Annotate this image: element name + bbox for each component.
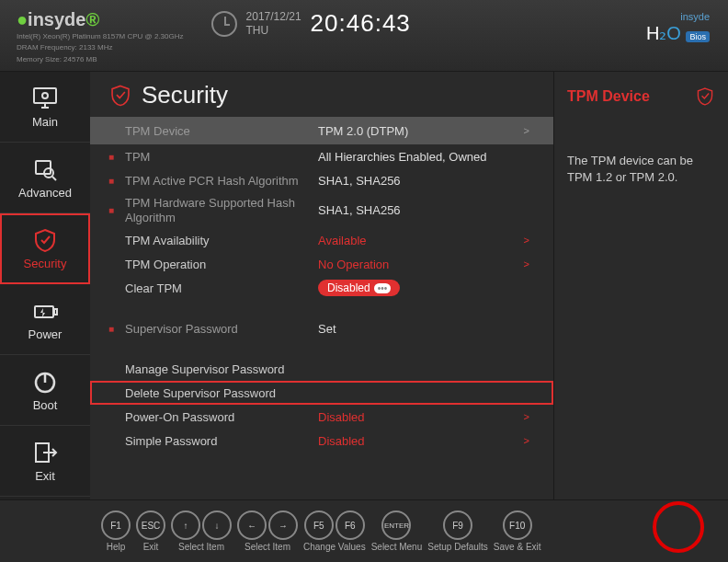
tpm-op-value: No Operation (318, 258, 524, 271)
arrow-right-key[interactable]: → (268, 510, 298, 540)
svg-point-1 (42, 93, 48, 98)
selectitem2-label: Select Item (245, 542, 290, 552)
nav-main[interactable]: Main (0, 72, 90, 143)
setupdefaults-label: Setup Defaults (427, 542, 488, 552)
delete-pw-label: Delete Supervisor Password (125, 386, 276, 400)
clock-area: 2017/12/21 THU 20:46:43 (211, 9, 411, 38)
header-bar: ●insyde® Intel(R) Xeon(R) Platinum 8157M… (0, 0, 728, 72)
tpm-hw-label: TPM Hardware Supported Hash Algorithm (125, 196, 318, 224)
chevron-right-icon: > (524, 435, 529, 446)
esc-key[interactable]: ESC (136, 510, 165, 540)
arrow-down-key[interactable]: ↓ (202, 510, 232, 540)
tpm-avail-value: Available (318, 234, 524, 247)
fkey-enter-group: ENTER Select Menu (371, 510, 423, 552)
f9-key[interactable]: F9 (443, 510, 472, 540)
cpu-info: Intel(R) Xeon(R) Platinum 8157M CPU @ 2.… (17, 32, 184, 41)
row-tpm-hw: ■ TPM Hardware Supported Hash Algorithm … (90, 192, 553, 228)
fkey-esc-group: ESC Exit (136, 510, 165, 552)
saveexit-label: Save & Exit (494, 542, 541, 552)
fkey-leftright-group: ← → Select Item (237, 510, 298, 552)
manage-pw-label: Manage Supervisor Password (125, 362, 284, 376)
row-delete-supervisor-password[interactable]: Delete Supervisor Password (90, 381, 553, 405)
row-tpm-device[interactable]: TPM Device TPM 2.0 (DTPM) > (90, 117, 553, 144)
row-tpm-operation[interactable]: TPM Operation No Operation > (90, 252, 553, 276)
nav-boot[interactable]: Boot (0, 355, 90, 426)
arrow-up-key[interactable]: ↑ (171, 510, 200, 540)
shield-icon (695, 86, 715, 107)
svg-rect-4 (36, 161, 51, 174)
selectitem1-label: Select Item (178, 542, 224, 552)
f6-key[interactable]: F6 (336, 510, 365, 540)
nav-advanced-label: Advanced (18, 186, 72, 200)
bios-badge: Bios (686, 31, 710, 42)
fkey-f5f6-group: F5 F6 Change Values (303, 510, 366, 552)
fkey-f1-group: F1 Help (101, 510, 131, 552)
tpm-label: TPM (125, 150, 318, 164)
chip-search-icon (30, 156, 60, 182)
supervisor-pw-label: Supervisor Password (125, 322, 318, 336)
nav-power[interactable]: Power (0, 284, 90, 355)
supervisor-pw-value: Set (318, 322, 535, 336)
esc-label: Exit (143, 542, 159, 552)
tpm-value: All Hierarchies Enabled, Owned (318, 150, 535, 164)
f1-key[interactable]: F1 (101, 510, 131, 540)
nav-power-label: Power (28, 327, 63, 341)
fkey-f10-group: F10 Save & Exit (494, 510, 541, 552)
poweron-pw-value: Disabled (318, 410, 524, 424)
changevalues-label: Change Values (303, 542, 366, 552)
exit-icon (30, 440, 60, 465)
monitor-icon (30, 86, 60, 111)
nav-main-label: Main (32, 115, 58, 129)
sidebar: Main Advanced Security Power Boot Exit (0, 72, 90, 499)
nav-security[interactable]: Security (0, 213, 90, 284)
poweron-pw-label: Power-On Password (125, 410, 318, 424)
day-text: THU (246, 24, 301, 37)
nav-boot-label: Boot (33, 398, 58, 412)
tpm-device-value: TPM 2.0 (DTPM) (318, 124, 524, 138)
power-icon (30, 369, 60, 395)
shield-icon (108, 84, 132, 108)
tpm-pcr-value: SHA1, SHA256 (318, 174, 535, 188)
fkey-updown-group: ↑ ↓ Select Item (171, 510, 232, 552)
brand-right-top: insyde (646, 11, 710, 22)
battery-icon (30, 298, 60, 324)
tpm-device-label: TPM Device (125, 124, 318, 138)
date-text: 2017/12/21 (246, 10, 301, 23)
row-tpm-availability[interactable]: TPM Availability Available > (90, 228, 553, 252)
f5-key[interactable]: F5 (304, 510, 334, 540)
nav-exit[interactable]: Exit (0, 426, 90, 497)
brand-right: insyde H₂O Bios (646, 11, 710, 44)
selectmenu-label: Select Menu (371, 542, 423, 552)
nav-security-label: Security (24, 257, 67, 270)
row-manage-supervisor-password[interactable]: Manage Supervisor Password (90, 357, 553, 381)
chevron-right-icon: > (524, 125, 529, 136)
tpm-pcr-label: TPM Active PCR Hash Algorithm (125, 174, 318, 188)
fkey-f9-group: F9 Setup Defaults (427, 510, 488, 552)
nav-advanced[interactable]: Advanced (0, 143, 90, 213)
svg-rect-0 (34, 88, 56, 103)
dram-info: DRAM Frequency: 2133 MHz (17, 43, 184, 52)
row-clear-tpm[interactable]: Clear TPM Disabled••• (90, 276, 553, 300)
arrow-left-key[interactable]: ← (237, 510, 267, 540)
info-panel: TPM Device The TPM device can be TPM 1.2… (553, 72, 728, 499)
simple-pw-value: Disabled (318, 434, 524, 448)
tpm-avail-label: TPM Availability (125, 234, 318, 247)
footer-bar: F1 Help ESC Exit ↑ ↓ Select Item ← → Sel… (0, 499, 728, 562)
f10-key[interactable]: F10 (503, 510, 532, 540)
row-tpm: ■ TPM All Hierarchies Enabled, Owned (90, 144, 553, 168)
tpm-op-label: TPM Operation (125, 258, 318, 271)
settings-panel: Security TPM Device TPM 2.0 (DTPM) > ■ T… (90, 72, 553, 499)
svg-rect-8 (54, 309, 57, 315)
simple-pw-label: Simple Password (125, 434, 318, 448)
row-simple-password[interactable]: Simple Password Disabled > (90, 429, 553, 453)
info-description: The TPM device can be TPM 1.2 or TPM 2.0… (567, 153, 715, 186)
shield-icon (30, 227, 60, 253)
clear-tpm-label: Clear TPM (125, 281, 318, 295)
enter-key[interactable]: ENTER (381, 510, 411, 540)
nav-exit-label: Exit (35, 469, 55, 483)
f1-label: Help (107, 542, 126, 552)
svg-line-6 (52, 177, 56, 180)
row-poweron-password[interactable]: Power-On Password Disabled > (90, 405, 553, 429)
memory-info: Memory Size: 24576 MB (17, 55, 184, 64)
logo-area: ●insyde® Intel(R) Xeon(R) Platinum 8157M… (17, 9, 184, 64)
